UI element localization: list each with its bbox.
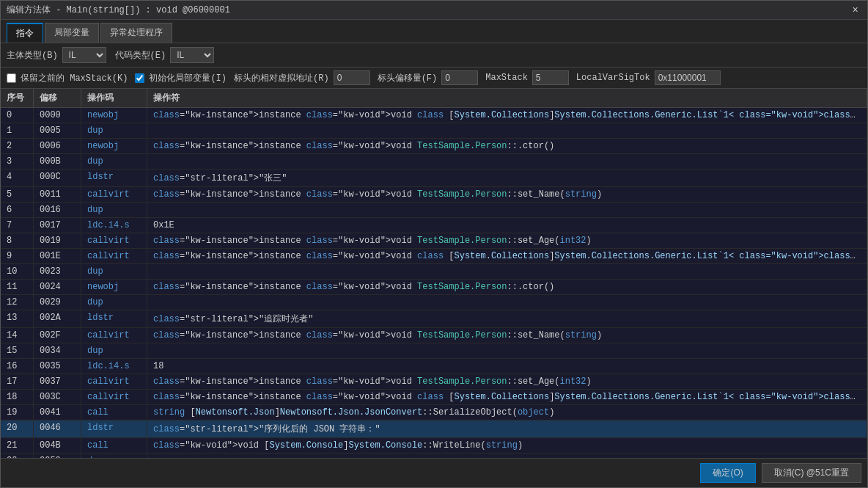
keep-prev-label: 保留之前的 MaxStack(K)	[21, 72, 128, 84]
table-row[interactable]: 190041callstring [Newtonsoft.Json]Newton…	[1, 405, 867, 420]
code-type-select[interactable]: IL	[170, 47, 214, 63]
subject-type-label: 主体类型(B)	[7, 49, 58, 62]
cell-num: 7	[1, 218, 34, 233]
cell-num: 20	[1, 420, 34, 437]
cell-num: 12	[1, 295, 34, 310]
table-row[interactable]: 13002Aldstrclass="str-literal">"追踪时光者"	[1, 310, 867, 328]
col-offset: 偏移	[34, 89, 81, 107]
cell-offset: 0046	[34, 420, 81, 437]
table-row[interactable]: 20006newobjclass="kw-instance">instance …	[1, 139, 867, 154]
col-opcode: 操作码	[81, 89, 147, 107]
cell-offset: 0019	[34, 233, 81, 248]
local-var-sig-input[interactable]	[655, 70, 721, 85]
cell-operand	[147, 343, 867, 358]
local-var-sig-label: LocalVarSigTok	[576, 73, 650, 83]
main-window: 编辑方法体 - Main(string[]) : void @06000001 …	[0, 0, 868, 488]
cell-num: 21	[1, 438, 34, 453]
table-row[interactable]: 60016dup	[1, 203, 867, 218]
table-row[interactable]: 18003Ccallvirtclass="kw-instance">instan…	[1, 390, 867, 405]
table-row[interactable]: 3000Bdup	[1, 154, 867, 170]
table-row[interactable]: 9001Ecallvirtclass="kw-instance">instanc…	[1, 249, 867, 264]
init-locals-group: 初始化局部变量(I)	[135, 72, 227, 84]
table-row[interactable]: 10005dup	[1, 123, 867, 139]
cell-num: 18	[1, 390, 34, 404]
title-bar: 编辑方法体 - Main(string[]) : void @06000001 …	[1, 1, 867, 20]
header-offset-label: 标头偏移量(F)	[378, 72, 438, 84]
cell-operand: class="kw-instance">instance class="kw-v…	[147, 249, 867, 263]
table-row[interactable]: 70017ldc.i4.s0x1E	[1, 218, 867, 233]
init-locals-label: 初始化局部变量(I)	[149, 72, 227, 84]
cell-num: 8	[1, 233, 34, 248]
cell-offset: 0035	[34, 359, 81, 374]
cell-opcode: newobj	[81, 108, 147, 123]
cell-num: 13	[1, 310, 34, 327]
cell-opcode: ldstr	[81, 420, 147, 437]
cell-operand: class="kw-instance">instance class="kw-v…	[147, 280, 867, 294]
cell-num: 17	[1, 374, 34, 389]
cell-operand: class="kw-instance">instance class="kw-v…	[147, 108, 867, 123]
table-row[interactable]: 00000newobjclass="kw-instance">instance …	[1, 108, 867, 123]
table-row[interactable]: 80019callvirtclass="kw-instance">instanc…	[1, 233, 867, 249]
cell-operand: class="str-literal">"序列化后的 JSON 字符串："	[147, 420, 867, 437]
cell-offset: 0037	[34, 374, 81, 389]
table-row[interactable]: 150034dup	[1, 343, 867, 359]
table-row[interactable]: 120029dup	[1, 295, 867, 310]
table-row[interactable]: 14002Fcallvirtclass="kw-instance">instan…	[1, 328, 867, 343]
cell-offset: 0006	[34, 139, 81, 153]
cell-operand: class="str-literal">"追踪时光者"	[147, 310, 867, 327]
cell-num: 3	[1, 154, 34, 169]
table-row[interactable]: 110024newobjclass="kw-instance">instance…	[1, 280, 867, 295]
tab-local-vars[interactable]: 局部变量	[45, 23, 99, 43]
cell-operand: class="kw-instance">instance class="kw-v…	[147, 390, 867, 404]
table-row[interactable]: 160035ldc.i4.s18	[1, 359, 867, 374]
close-button[interactable]: ×	[850, 4, 861, 16]
header-rva-input[interactable]	[334, 70, 370, 85]
tab-instructions[interactable]: 指令	[7, 23, 43, 43]
code-type-label: 代码类型(E)	[115, 49, 166, 62]
init-locals-checkbox[interactable]	[135, 73, 144, 83]
cell-num: 2	[1, 139, 34, 153]
cell-num: 15	[1, 343, 34, 358]
cell-operand: 0x1E	[147, 218, 867, 233]
cell-offset: 0005	[34, 123, 81, 138]
cell-offset: 0041	[34, 405, 81, 420]
cell-offset: 0023	[34, 264, 81, 279]
tab-exception-handlers[interactable]: 异常处理程序	[100, 23, 172, 43]
keep-prev-checkbox[interactable]	[7, 73, 16, 83]
cell-opcode: ldstr	[81, 170, 147, 186]
table-row[interactable]: 50011callvirtclass="kw-instance">instanc…	[1, 187, 867, 203]
table-body[interactable]: 00000newobjclass="kw-instance">instance …	[1, 108, 867, 458]
max-stack-input[interactable]	[532, 70, 569, 85]
header-offset-group: 标头偏移量(F)	[378, 70, 479, 85]
cell-opcode: dup	[81, 123, 147, 138]
cell-opcode: ldc.i4.s	[81, 359, 147, 374]
footer: 确定(O) 取消(C) @51C重置	[1, 458, 867, 487]
cell-num: 9	[1, 249, 34, 263]
col-num: 序号	[1, 89, 34, 107]
table-row[interactable]: 170037callvirtclass="kw-instance">instan…	[1, 374, 867, 390]
cell-opcode: callvirt	[81, 249, 147, 263]
table-row[interactable]: 200046ldstrclass="str-literal">"序列化后的 JS…	[1, 420, 867, 438]
cell-num: 6	[1, 203, 34, 217]
subject-type-group: 主体类型(B) IL	[7, 47, 106, 63]
header-offset-input[interactable]	[441, 70, 478, 85]
max-stack-group: MaxStack	[485, 70, 569, 85]
cell-operand: string [Newtonsoft.Json]Newtonsoft.Json.…	[147, 405, 867, 420]
cell-operand	[147, 154, 867, 169]
cell-opcode: ldc.i4.s	[81, 218, 147, 233]
table-row[interactable]: 4000Cldstrclass="str-literal">"张三"	[1, 170, 867, 187]
toolbar-row2: 保留之前的 MaxStack(K) 初始化局部变量(I) 标头的相对虚拟地址(R…	[1, 68, 867, 89]
header-rva-label: 标头的相对虚拟地址(R)	[234, 72, 329, 84]
ok-button[interactable]: 确定(O)	[700, 463, 755, 483]
table-row[interactable]: 100023dup	[1, 264, 867, 280]
subject-type-select[interactable]: IL	[62, 47, 106, 63]
cell-opcode: callvirt	[81, 187, 147, 202]
cell-offset: 0000	[34, 108, 81, 123]
cancel-button[interactable]: 取消(C) @51C重置	[762, 463, 861, 483]
cell-operand	[147, 203, 867, 217]
cell-opcode: call	[81, 405, 147, 420]
cell-operand	[147, 264, 867, 279]
cell-offset: 0024	[34, 280, 81, 294]
instruction-table: 序号 偏移 操作码 操作符 00000newobjclass="kw-insta…	[1, 89, 867, 458]
table-row[interactable]: 21004Bcallclass="kw-void">void [System.C…	[1, 438, 867, 454]
